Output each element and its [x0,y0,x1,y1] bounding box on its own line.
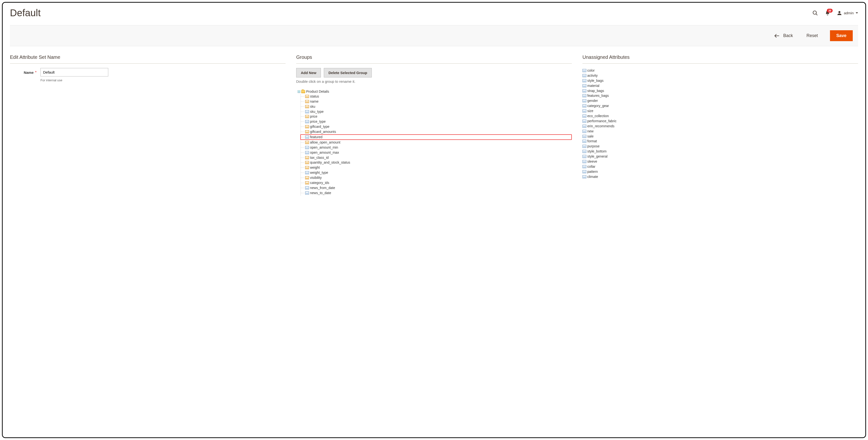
attribute-label: weight_type [310,170,328,175]
page-header: Default 39 admin [10,6,858,25]
attribute-item[interactable]: news_to_date [301,191,572,196]
unassigned-label: strap_bags [587,89,604,93]
attribute-icon [583,175,586,178]
attribute-icon [305,125,309,128]
attribute-item[interactable]: weight [301,165,572,170]
unassigned-label: sale [587,134,594,139]
attribute-label: status [310,94,319,99]
attribute-item[interactable]: allow_open_amount [301,140,572,145]
attribute-label: price_type [310,119,326,124]
tree-root[interactable]: − Product Details [298,89,572,94]
search-button[interactable] [812,10,818,16]
attribute-item[interactable]: giftcard_amounts [301,129,572,134]
attribute-label: news_from_date [310,185,335,190]
back-button[interactable]: Back [773,33,795,38]
unassigned-label: activity [587,73,598,78]
unassigned-item[interactable]: new [583,129,858,134]
notifications-button[interactable]: 39 [825,10,830,16]
attribute-item[interactable]: sku [301,104,572,109]
attribute-icon [305,192,309,195]
unassigned-label: pattern [587,169,598,174]
attribute-item[interactable]: giftcard_type [301,124,572,129]
search-icon [812,10,818,16]
unassigned-item[interactable]: sleeve [583,159,858,164]
attribute-item[interactable]: sku_type [301,109,572,114]
unassigned-item[interactable]: eco_collection [583,113,858,119]
unassigned-item[interactable]: color [583,68,858,73]
page-title: Default [10,7,41,19]
attribute-icon [305,156,309,159]
svg-point-2 [838,11,840,13]
unassigned-item[interactable]: style_bags [583,78,858,83]
attribute-icon [583,130,586,133]
attribute-icon [583,104,586,107]
attribute-item[interactable]: open_amount_min [301,145,572,150]
unassigned-item[interactable]: category_gear [583,103,858,108]
attribute-item[interactable]: category_ids [301,180,572,185]
unassigned-item[interactable]: activity [583,73,858,78]
attribute-icon [305,95,309,98]
unassigned-item[interactable]: pattern [583,169,858,174]
unassigned-item[interactable]: material [583,83,858,88]
attribute-icon [583,89,586,93]
groups-title: Groups [296,55,572,64]
attribute-item[interactable]: news_from_date [301,185,572,191]
attribute-item[interactable]: status [301,94,572,99]
attribute-item[interactable]: weight_type [301,170,572,175]
attribute-icon [583,135,586,138]
unassigned-item[interactable]: sale [583,134,858,139]
attribute-label: giftcard_type [310,125,330,129]
attribute-icon [583,165,586,168]
save-button[interactable]: Save [830,30,853,41]
attribute-icon [305,120,309,123]
attribute-icon [305,141,309,144]
attribute-icon [305,176,309,179]
unassigned-label: purpose [587,144,600,148]
add-group-button[interactable]: Add New [296,68,321,77]
unassigned-item[interactable]: performance_fabric [583,119,858,124]
attribute-icon [583,109,586,112]
unassigned-item[interactable]: erin_recommends [583,124,858,129]
unassigned-label: sleeve [587,159,597,164]
unassigned-item[interactable]: style_bottom [583,149,858,154]
attribute-icon [305,161,309,164]
name-label: Name [24,70,34,74]
svg-line-1 [816,14,817,15]
unassigned-label: performance_fabric [587,119,617,124]
unassigned-item[interactable]: purpose [583,144,858,149]
attribute-icon [305,151,309,154]
unassigned-item[interactable]: size [583,108,858,113]
attribute-label: featured [310,135,322,139]
attribute-item[interactable]: tax_class_id [301,155,572,160]
reset-button[interactable]: Reset [805,33,819,38]
unassigned-item[interactable]: format [583,139,858,144]
unassigned-item[interactable]: collar [583,164,858,169]
unassigned-label: size [587,109,593,113]
name-input[interactable] [40,68,108,76]
collapse-icon[interactable]: − [298,90,300,93]
svg-point-0 [813,11,816,14]
attribute-icon [583,140,586,143]
unassigned-item[interactable]: features_bags [583,93,858,98]
attribute-item[interactable]: name [301,99,572,104]
delete-group-button[interactable]: Delete Selected Group [324,68,372,77]
attribute-item[interactable]: price [301,114,572,119]
group-label[interactable]: Product Details [306,89,329,94]
attribute-label: weight [310,165,320,170]
unassigned-item[interactable]: gender [583,98,858,103]
unassigned-item[interactable]: climate [583,174,858,179]
unassigned-label: material [587,83,599,88]
attribute-item[interactable]: visibility [301,175,572,180]
attribute-item[interactable]: quantity_and_stock_status [301,160,572,165]
unassigned-item[interactable]: strap_bags [583,88,858,94]
attribute-item[interactable]: price_type [301,119,572,124]
attribute-icon [583,99,586,102]
unassigned-item[interactable]: style_general [583,154,858,159]
attribute-item[interactable]: open_amount_max [301,150,572,155]
user-menu[interactable]: admin [837,10,858,16]
attribute-icon [305,187,309,190]
unassigned-label: erin_recommends [587,124,614,129]
unassigned-label: gender [587,99,598,103]
attribute-icon [583,94,586,97]
attribute-item[interactable]: featured [300,134,572,140]
